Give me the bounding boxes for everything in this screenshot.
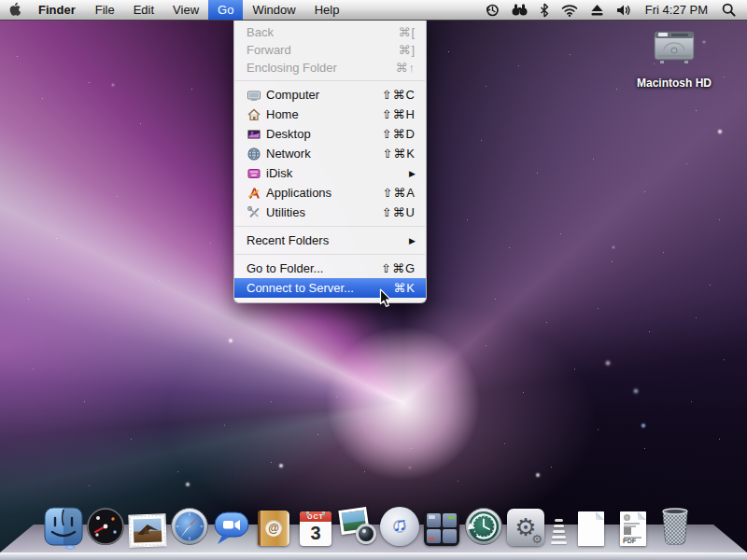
menu-item-network[interactable]: Network⇧⌘K <box>234 144 426 163</box>
menubar-item-go[interactable]: Go <box>208 0 243 20</box>
safari-icon <box>170 507 209 546</box>
menu-item-computer[interactable]: Computer⇧⌘C <box>234 85 426 105</box>
dock-shelf-front <box>0 553 747 560</box>
spaces-icon <box>424 511 459 546</box>
desktop-icon <box>247 127 261 142</box>
dock-separator <box>547 514 570 546</box>
time-machine-menu-icon[interactable] <box>485 3 500 18</box>
menubar-item-file[interactable]: File <box>86 0 124 20</box>
pdf-label: PDF <box>623 538 636 544</box>
dock-item-ichat[interactable] <box>211 499 252 546</box>
menu-item-desktop[interactable]: Desktop⇧⌘D <box>234 124 426 144</box>
idisk-icon <box>247 166 261 181</box>
ical-ring <box>306 511 309 516</box>
mail-icon <box>129 514 165 546</box>
binoculars-icon[interactable] <box>512 3 528 17</box>
menu-separator <box>235 226 425 227</box>
dock-item-finder[interactable] <box>43 499 84 546</box>
ical-month: OCT <box>300 511 331 522</box>
ical-icon: OCT 3 <box>300 511 331 546</box>
menu-item-go-to-folder[interactable]: Go to Folder...⇧⌘G <box>234 259 426 278</box>
menu-item-utilities[interactable]: Utilities⇧⌘U <box>234 203 426 222</box>
menu-separator <box>235 254 425 255</box>
time-machine-icon <box>464 507 503 546</box>
menu-item-applications[interactable]: Applications⇧⌘A <box>234 183 426 203</box>
dock-item-pdf-document[interactable]: PDF <box>613 499 654 546</box>
menubar-clock[interactable]: Fri 4:27 PM <box>643 3 710 17</box>
address-book-icon: @ <box>258 511 289 546</box>
iphoto-icon <box>337 505 378 546</box>
desktop: Macintosh HD Finder File Edit View Go Wi… <box>0 0 747 560</box>
menu-item-forward: Forward⌘] <box>234 41 426 59</box>
applications-icon <box>247 186 261 201</box>
utilities-icon <box>247 205 261 220</box>
ichat-icon <box>212 509 251 546</box>
finder-icon <box>44 507 83 546</box>
menubar-item-view[interactable]: View <box>163 0 208 20</box>
apple-menu[interactable] <box>0 0 28 20</box>
menubar-item-window[interactable]: Window <box>243 0 304 20</box>
dock-item-dashboard[interactable] <box>85 499 126 546</box>
dock-item-spaces[interactable] <box>421 499 462 546</box>
menu-item-home[interactable]: Home⇧⌘H <box>234 105 426 124</box>
bluetooth-icon[interactable] <box>540 3 549 18</box>
volume-icon[interactable] <box>616 4 631 17</box>
document-icon <box>578 511 604 546</box>
trash-icon <box>655 505 695 546</box>
dock-item-safari[interactable] <box>169 499 210 546</box>
submenu-arrow-icon: ▶ <box>409 169 416 178</box>
dock-item-mail[interactable] <box>127 499 168 546</box>
menu-bar: Finder File Edit View Go Window Help <box>0 0 747 21</box>
wifi-icon[interactable] <box>561 4 578 17</box>
menu-separator <box>235 80 425 81</box>
dock-item-time-machine[interactable] <box>463 499 504 546</box>
at-glyph: @ <box>265 520 282 537</box>
desktop-icon-macintosh-hd[interactable]: Macintosh HD <box>637 22 712 90</box>
home-icon <box>247 107 261 122</box>
system-preferences-icon: ⚙ ⚙ <box>507 509 544 546</box>
menubar-item-edit[interactable]: Edit <box>124 0 163 20</box>
gear-icon-small: ⚙ <box>531 533 543 545</box>
spotlight-icon[interactable] <box>722 3 736 17</box>
menu-item-idisk[interactable]: iDisk▶ <box>234 163 426 183</box>
dock-item-trash[interactable] <box>655 499 696 546</box>
eject-icon[interactable] <box>590 4 604 16</box>
network-icon <box>247 147 261 161</box>
dock-item-itunes[interactable]: ♫ <box>379 499 420 546</box>
dock-item-ical[interactable]: OCT 3 <box>295 499 336 546</box>
menubar-item-help[interactable]: Help <box>305 0 349 20</box>
menu-item-enclosing-folder: Enclosing Folder⌘↑ <box>234 59 426 77</box>
itunes-icon: ♫ <box>380 507 419 546</box>
music-note-glyph: ♫ <box>392 513 407 536</box>
dock: @ OCT 3 ♫ <box>43 499 696 546</box>
apple-logo-icon <box>7 2 21 18</box>
finder-running-indicator <box>64 545 76 550</box>
dock-item-iphoto[interactable] <box>337 499 378 546</box>
menubar-item-finder[interactable]: Finder <box>28 0 86 20</box>
hard-drive-icon <box>647 22 701 69</box>
pdf-document-icon: PDF <box>620 511 646 546</box>
dock-item-document[interactable] <box>571 499 612 546</box>
menu-item-connect-to-server[interactable]: Connect to Server...⌘K <box>234 278 426 298</box>
ical-ring <box>322 511 325 516</box>
volume-label: Macintosh HD <box>637 77 712 90</box>
cursor-pointer <box>377 288 394 312</box>
menu-item-recent-folders[interactable]: Recent Folders▶ <box>234 231 426 250</box>
computer-icon <box>247 88 261 103</box>
dashboard-icon <box>86 507 125 546</box>
dock-item-system-preferences[interactable]: ⚙ ⚙ <box>505 499 546 546</box>
go-menu: Back⌘[ Forward⌘] Enclosing Folder⌘↑ Comp… <box>233 21 427 303</box>
ical-day: 3 <box>300 522 331 544</box>
dock-item-address-book[interactable]: @ <box>253 499 294 546</box>
submenu-arrow-icon: ▶ <box>409 236 416 245</box>
menu-item-back: Back⌘[ <box>234 23 426 41</box>
